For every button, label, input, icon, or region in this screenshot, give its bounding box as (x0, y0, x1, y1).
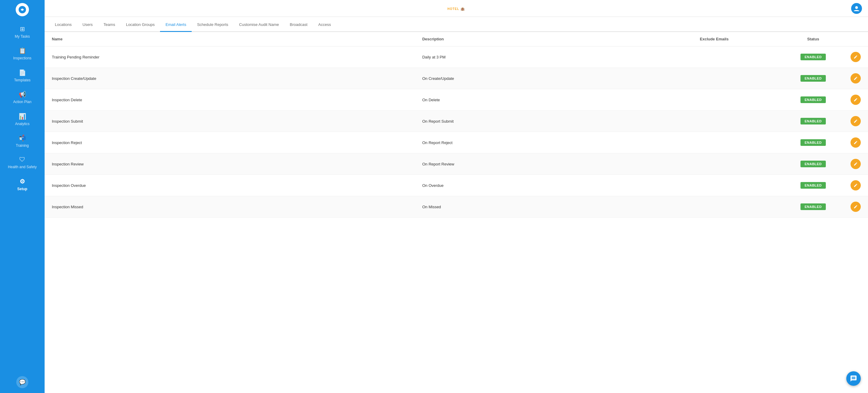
cell-name: Inspection Review (44, 153, 415, 175)
cell-name: Inspection Reject (44, 132, 415, 153)
tab-users[interactable]: Users (77, 18, 98, 32)
svg-point-2 (855, 6, 858, 9)
cell-exclude-emails (692, 89, 783, 111)
tab-broadcast[interactable]: Broadcast (284, 18, 313, 32)
table-row: Inspection Reject On Report Reject ENABL… (44, 132, 868, 153)
tab-access[interactable]: Access (313, 18, 336, 32)
tab-customise-audit-name[interactable]: Customise Audit Name (234, 18, 284, 32)
tab-teams[interactable]: Teams (98, 18, 121, 32)
cell-action (843, 196, 868, 218)
templates-icon: 📄 (19, 69, 26, 76)
table-row: Inspection Overdue On Overdue ENABLED (44, 175, 868, 196)
cell-status: ENABLED (783, 89, 843, 111)
tab-schedule-reports[interactable]: Schedule Reports (192, 18, 234, 32)
sidebar-item-inspections[interactable]: 📋 Inspections (0, 43, 44, 64)
nav-tabs: Locations Users Teams Location Groups Em… (44, 17, 868, 32)
edit-button[interactable] (850, 202, 861, 212)
status-badge: ENABLED (801, 161, 826, 167)
analytics-icon: 📊 (19, 113, 26, 120)
edit-button[interactable] (850, 180, 861, 190)
sidebar-item-label: Setup (17, 187, 27, 191)
action-plan-icon: 📢 (19, 91, 26, 98)
edit-button[interactable] (850, 138, 861, 148)
edit-button[interactable] (850, 52, 861, 62)
cell-action (843, 89, 868, 111)
table-row: Inspection Create/Update On Create/Updat… (44, 68, 868, 89)
sidebar-item-training[interactable]: 📬 Training (0, 130, 44, 152)
app-logo[interactable] (16, 3, 29, 16)
setup-icon: ⚙ (20, 178, 25, 185)
edit-button[interactable] (850, 73, 861, 84)
col-name: Name (44, 32, 415, 47)
table-body: Training Pending Reminder Daily at 3 PM … (44, 47, 868, 218)
cell-description: On Create/Update (415, 68, 692, 89)
status-badge: ENABLED (801, 204, 826, 210)
cell-description: Daily at 3 PM (415, 47, 692, 68)
email-alerts-table: Name Description Exclude Emails Status T… (44, 32, 868, 218)
cell-action (843, 68, 868, 89)
sidebar-item-setup[interactable]: ⚙ Setup (0, 174, 44, 195)
sidebar: ⊞ My Tasks 📋 Inspections 📄 Templates 📢 A… (0, 0, 44, 393)
chat-bubble-button[interactable] (846, 371, 861, 386)
sidebar-item-label: Health and Safety (8, 165, 36, 169)
col-exclude-emails: Exclude Emails (692, 32, 783, 47)
cell-action (843, 132, 868, 153)
sidebar-item-label: My Tasks (15, 34, 30, 38)
sidebar-item-analytics[interactable]: 📊 Analytics (0, 109, 44, 130)
user-avatar[interactable] (851, 3, 862, 14)
table-header: Name Description Exclude Emails Status (44, 32, 868, 47)
status-badge: ENABLED (801, 75, 826, 82)
health-safety-icon: 🛡 (19, 156, 25, 163)
sidebar-item-label: Templates (14, 78, 31, 82)
svg-point-1 (22, 9, 23, 10)
tab-location-groups[interactable]: Location Groups (121, 18, 160, 32)
main-content: HOTEL 🏨 Locations Users Teams Location G… (44, 0, 868, 393)
col-status: Status (783, 32, 843, 47)
sidebar-item-my-tasks[interactable]: ⊞ My Tasks (0, 21, 44, 43)
cell-description: On Overdue (415, 175, 692, 196)
status-badge: ENABLED (801, 54, 826, 60)
cell-action (843, 153, 868, 175)
cell-status: ENABLED (783, 175, 843, 196)
tab-email-alerts[interactable]: Email Alerts (160, 18, 192, 32)
cell-name: Training Pending Reminder (44, 47, 415, 68)
cell-exclude-emails (692, 196, 783, 218)
edit-button[interactable] (850, 159, 861, 169)
table-row: Training Pending Reminder Daily at 3 PM … (44, 47, 868, 68)
cell-exclude-emails (692, 111, 783, 132)
sidebar-chat-button[interactable]: 💬 (16, 376, 28, 388)
col-action (843, 32, 868, 47)
sidebar-bottom: 💬 (0, 376, 44, 393)
tab-locations[interactable]: Locations (50, 18, 77, 32)
col-description: Description (415, 32, 692, 47)
cell-description: On Report Review (415, 153, 692, 175)
status-badge: ENABLED (801, 182, 826, 189)
topbar: HOTEL 🏨 (44, 0, 868, 17)
sidebar-item-templates[interactable]: 📄 Templates (0, 65, 44, 87)
sidebar-item-health-safety[interactable]: 🛡 Health and Safety (0, 152, 44, 173)
cell-description: On Delete (415, 89, 692, 111)
cell-exclude-emails (692, 175, 783, 196)
cell-exclude-emails (692, 132, 783, 153)
edit-button[interactable] (850, 95, 861, 105)
cell-description: On Missed (415, 196, 692, 218)
cell-description: On Report Submit (415, 111, 692, 132)
table-row: Inspection Missed On Missed ENABLED (44, 196, 868, 218)
cell-description: On Report Reject (415, 132, 692, 153)
cell-status: ENABLED (783, 68, 843, 89)
cell-status: ENABLED (783, 153, 843, 175)
sidebar-item-label: Analytics (15, 122, 30, 126)
sidebar-item-action-plan[interactable]: 📢 Action Plan (0, 87, 44, 108)
cell-name: Inspection Overdue (44, 175, 415, 196)
cell-exclude-emails (692, 47, 783, 68)
edit-button[interactable] (850, 116, 861, 126)
inspections-icon: 📋 (19, 47, 26, 54)
cell-name: Inspection Missed (44, 196, 415, 218)
cell-exclude-emails (692, 68, 783, 89)
status-badge: ENABLED (801, 139, 826, 146)
brand-name: HOTEL 🏨 (447, 6, 465, 11)
table-row: Inspection Review On Report Review ENABL… (44, 153, 868, 175)
cell-status: ENABLED (783, 111, 843, 132)
cell-status: ENABLED (783, 132, 843, 153)
status-badge: ENABLED (801, 96, 826, 103)
